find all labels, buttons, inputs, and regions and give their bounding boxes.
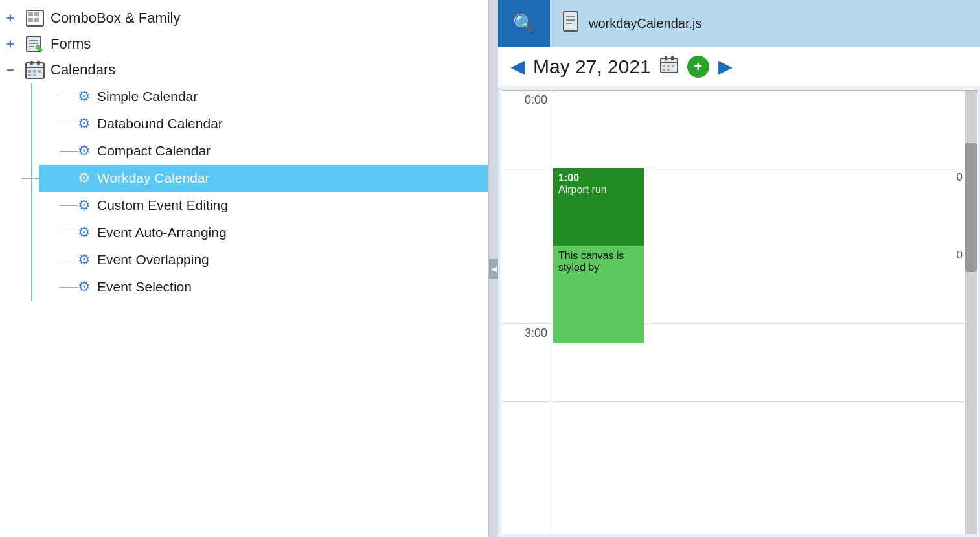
date-header: ◀ May 27, 2021 + ▶: [498, 47, 980, 87]
svg-rect-14: [37, 61, 40, 65]
svg-rect-28: [663, 65, 665, 67]
left-panel: + ComboBox & Family +: [0, 0, 489, 537]
expand-icon-combobox[interactable]: +: [6, 11, 19, 26]
tree-item-calendars[interactable]: − Calendars: [0, 57, 488, 83]
svg-rect-17: [38, 70, 41, 73]
panel-splitter[interactable]: ◀: [489, 0, 498, 537]
svg-rect-26: [665, 56, 667, 60]
label-databound-calendar: Databound Calendar: [97, 116, 223, 131]
gear-icon-custom-event: ⚙: [78, 198, 91, 212]
gear-icon-selection: ⚙: [78, 280, 91, 294]
calendar-scrollbar[interactable]: [965, 91, 977, 534]
svg-rect-19: [33, 74, 36, 76]
sidebar-item-workday-calendar[interactable]: ⚙ Workday Calendar: [39, 165, 488, 192]
time-slot-1: [501, 168, 553, 246]
event-row-0: [553, 91, 965, 168]
sidebar-item-event-auto-arranging[interactable]: ⚙ Event Auto-Arranging: [78, 219, 488, 246]
time-label-3: 3:00: [525, 326, 547, 340]
svg-rect-15: [28, 70, 31, 73]
label-custom-event-editing: Custom Event Editing: [97, 198, 228, 213]
gear-icon-workday: ⚙: [78, 171, 91, 185]
icon-calendars: [25, 61, 45, 79]
tree-label-calendars: Calendars: [51, 62, 115, 78]
gear-icon-auto-arranging: ⚙: [78, 225, 91, 240]
search-icon: 🔍: [513, 13, 536, 34]
svg-rect-1: [28, 12, 33, 16]
sidebar-item-simple-calendar[interactable]: ⚙ Simple Calendar: [78, 83, 488, 110]
add-event-button[interactable]: +: [687, 56, 709, 78]
tree-item-forms[interactable]: + Forms: [0, 31, 488, 57]
prev-date-button[interactable]: ◀: [511, 57, 524, 77]
scrollbar-thumb[interactable]: [965, 143, 977, 272]
label-workday-calendar: Workday Calendar: [97, 170, 210, 186]
svg-rect-13: [30, 61, 33, 65]
file-tab-label: workdayCalendar.js: [589, 16, 702, 31]
current-date: May 27, 2021: [533, 56, 651, 78]
gear-icon-overlapping: ⚙: [78, 253, 91, 267]
svg-rect-16: [33, 70, 36, 73]
event-airport-time: 1:00: [558, 172, 639, 184]
calendar-area: 0:00 3:00 0 0: [501, 90, 977, 534]
next-date-button[interactable]: ▶: [718, 57, 731, 77]
svg-rect-3: [28, 18, 33, 22]
tree-label-combobox: ComboBox & Family: [51, 10, 181, 27]
time-label-0: 0:00: [525, 93, 547, 107]
file-tab[interactable]: workdayCalendar.js: [550, 0, 980, 47]
right-panel: 🔍 workdayCalendar.js ◀ May 27, 2021: [498, 0, 980, 537]
svg-rect-30: [672, 65, 674, 67]
svg-rect-4: [34, 18, 39, 22]
label-event-selection: Event Selection: [97, 279, 192, 295]
sidebar-item-custom-event-editing[interactable]: ⚙ Custom Event Editing: [78, 192, 488, 219]
calendars-children: ⚙ Simple Calendar ⚙ Databound Calendar ⚙…: [0, 83, 488, 301]
sidebar-item-event-selection[interactable]: ⚙ Event Selection: [78, 273, 488, 301]
tab-bar: 🔍 workdayCalendar.js: [498, 0, 980, 47]
svg-rect-29: [667, 65, 670, 67]
events-column: 0 0 1:00 Airport run This canvas is styl…: [553, 91, 965, 534]
label-event-auto-arranging: Event Auto-Arranging: [97, 225, 227, 240]
time-slot-0: 0:00: [501, 91, 553, 168]
svg-rect-31: [663, 69, 665, 71]
sidebar-item-compact-calendar[interactable]: ⚙ Compact Calendar: [78, 137, 488, 165]
gear-icon-simple: ⚙: [78, 89, 91, 104]
svg-rect-27: [671, 56, 674, 60]
expand-icon-calendars[interactable]: −: [6, 63, 19, 78]
event-canvas-text: This canvas is styled by: [558, 250, 639, 273]
sidebar-item-event-overlapping[interactable]: ⚙ Event Overlapping: [78, 246, 488, 273]
sidebar-item-databound-calendar[interactable]: ⚙ Databound Calendar: [78, 110, 488, 137]
event-airport-title: Airport run: [558, 184, 639, 196]
time-slot-2: [501, 246, 553, 324]
svg-rect-32: [667, 69, 670, 71]
calendar-picker-icon[interactable]: [660, 56, 678, 77]
label-simple-calendar: Simple Calendar: [97, 89, 198, 104]
svg-rect-18: [28, 74, 31, 76]
event-airport-run[interactable]: 1:00 Airport run: [553, 168, 644, 246]
time-column: 0:00 3:00: [501, 91, 553, 534]
tree-item-combobox[interactable]: + ComboBox & Family: [0, 5, 488, 31]
file-icon: [563, 11, 581, 36]
event-canvas-styled[interactable]: This canvas is styled by: [553, 246, 644, 343]
slot-right-label-2: 0: [957, 249, 963, 262]
collapse-arrow[interactable]: ◀: [489, 259, 498, 279]
gear-icon-compact: ⚙: [78, 144, 91, 158]
gear-icon-databound: ⚙: [78, 117, 91, 131]
icon-forms: [25, 35, 45, 53]
svg-rect-20: [564, 12, 578, 31]
slot-right-label-1: 0: [957, 171, 963, 184]
search-tab[interactable]: 🔍: [498, 0, 550, 47]
expand-icon-forms[interactable]: +: [6, 37, 19, 52]
calendars-children-list: ⚙ Simple Calendar ⚙ Databound Calendar ⚙…: [39, 83, 488, 301]
time-slot-3: 3:00: [501, 324, 553, 402]
label-compact-calendar: Compact Calendar: [97, 143, 211, 159]
tree-label-forms: Forms: [51, 36, 91, 52]
svg-rect-2: [34, 12, 39, 16]
icon-combobox: [25, 9, 45, 27]
label-event-overlapping: Event Overlapping: [97, 252, 209, 268]
